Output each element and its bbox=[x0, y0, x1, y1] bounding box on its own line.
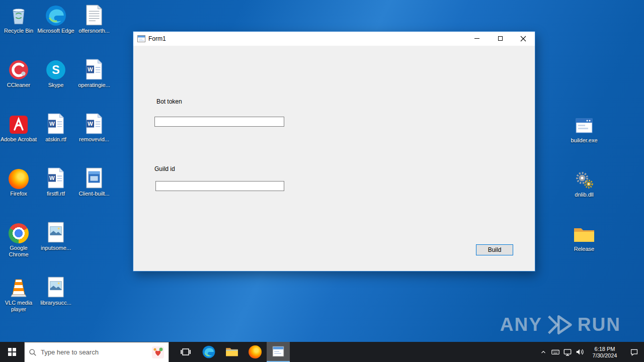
guild-id-input[interactable] bbox=[155, 181, 284, 191]
minimize-icon bbox=[474, 38, 479, 39]
interests-weather-icon bbox=[151, 346, 165, 359]
vlc-icon bbox=[0, 274, 37, 298]
desktop: Recycle Bin Microsoft Edge offersnorth..… bbox=[0, 0, 644, 362]
search-icon bbox=[29, 348, 37, 356]
desktop-icon-label: offersnorth... bbox=[75, 28, 113, 34]
desktop-icon-client-built[interactable]: Client-built... bbox=[75, 165, 113, 197]
desktop-icon-label: Client-built... bbox=[75, 191, 113, 197]
task-view-button[interactable] bbox=[174, 342, 197, 362]
taskbar-file-explorer[interactable] bbox=[220, 342, 244, 362]
edge-icon bbox=[202, 345, 215, 358]
build-button[interactable]: Build bbox=[476, 244, 513, 255]
desktop-icon-atskin-rtf[interactable]: W atskin.rtf bbox=[37, 111, 74, 143]
desktop-icon-firefox[interactable]: Firefox bbox=[0, 165, 37, 197]
image-file-icon bbox=[37, 274, 74, 298]
bot-token-input[interactable] bbox=[154, 117, 284, 127]
bot-token-label: Bot token bbox=[156, 98, 182, 105]
desktop-icon-release-folder[interactable]: Release bbox=[566, 220, 603, 252]
skype-icon: S bbox=[37, 56, 74, 80]
watermark-text-any: ANY bbox=[500, 314, 542, 335]
desktop-icon-label: Recycle Bin bbox=[0, 28, 37, 34]
desktop-icon-recycle-bin[interactable]: Recycle Bin bbox=[0, 2, 37, 34]
taskbar: Type here to search bbox=[0, 342, 644, 362]
watermark-text-run: RUN bbox=[578, 314, 621, 335]
taskbar-edge[interactable] bbox=[197, 342, 220, 362]
chrome-icon bbox=[0, 219, 37, 243]
touch-keyboard-button[interactable] bbox=[549, 342, 561, 362]
desktop-icon-builder-exe[interactable]: builder.exe bbox=[566, 112, 603, 144]
touch-keyboard-icon bbox=[551, 347, 560, 356]
desktop-icon-inputsome[interactable]: inputsome... bbox=[37, 219, 74, 251]
desktop-icon-label: firstfl.rtf bbox=[37, 191, 74, 197]
taskbar-apps bbox=[174, 342, 290, 362]
desktop-icon-dnlib-dll[interactable]: dnlib.dll bbox=[566, 166, 603, 198]
gears-icon bbox=[566, 166, 603, 190]
anyrun-logo-icon bbox=[546, 314, 574, 336]
maximize-button[interactable] bbox=[489, 32, 512, 45]
start-button[interactable] bbox=[0, 342, 24, 362]
action-center-icon bbox=[630, 348, 638, 356]
desktop-icon-operatingie[interactable]: W operatingie... bbox=[75, 56, 113, 88]
minimize-button[interactable] bbox=[465, 32, 489, 45]
desktop-icon-ccleaner[interactable]: CCleaner bbox=[0, 56, 37, 88]
maximize-icon bbox=[498, 36, 503, 41]
desktop-icon-label: operatingie... bbox=[75, 82, 113, 88]
form1-window: Form1 Bot token Guild id Build bbox=[133, 31, 535, 272]
desktop-icon-label: Microsoft Edge bbox=[37, 28, 74, 34]
desktop-icon-label: Firefox bbox=[0, 191, 37, 197]
form-client-area: Bot token Guild id Build bbox=[133, 46, 535, 272]
svg-text:S: S bbox=[52, 63, 59, 76]
taskbar-clock[interactable]: 6:18 PM 7/30/2024 bbox=[586, 345, 624, 359]
desktop-icon-google-chrome[interactable]: Google Chrome bbox=[0, 219, 37, 258]
clock-time: 6:18 PM bbox=[586, 346, 624, 352]
network-button[interactable] bbox=[561, 342, 574, 362]
word-document-icon: W bbox=[37, 165, 74, 189]
desktop-icon-label: CCleaner bbox=[0, 82, 37, 88]
close-button[interactable] bbox=[512, 32, 535, 45]
desktop-icon-label: VLC media player bbox=[0, 300, 37, 313]
desktop-icon-label: Release bbox=[566, 246, 603, 252]
taskbar-firefox[interactable] bbox=[244, 342, 267, 362]
action-center-button[interactable] bbox=[624, 342, 644, 362]
desktop-icon-label: dnlib.dll bbox=[566, 192, 603, 198]
desktop-icon-firstfl-rtf[interactable]: W firstfl.rtf bbox=[37, 165, 74, 197]
text-document-icon bbox=[75, 2, 113, 26]
search-placeholder: Type here to search bbox=[41, 348, 147, 356]
desktop-icon-microsoft-edge[interactable]: Microsoft Edge bbox=[37, 2, 74, 34]
taskbar-form1-app[interactable] bbox=[267, 342, 290, 362]
desktop-icon-label: librarysucc... bbox=[37, 300, 74, 306]
desktop-icon-removevid[interactable]: W removevid... bbox=[75, 111, 113, 143]
hidden-icons-button[interactable] bbox=[537, 342, 549, 362]
windows-logo-icon bbox=[8, 348, 16, 356]
desktop-icon-vlc[interactable]: VLC media player bbox=[0, 274, 37, 313]
anyrun-watermark: ANY RUN bbox=[500, 314, 621, 336]
desktop-icon-offersnorth[interactable]: offersnorth... bbox=[75, 2, 113, 34]
close-icon bbox=[520, 36, 526, 42]
firefox-icon bbox=[0, 165, 37, 189]
desktop-icon-label: Skype bbox=[37, 82, 74, 88]
svg-text:W: W bbox=[88, 121, 93, 127]
desktop-icon-label: Google Chrome bbox=[0, 245, 37, 258]
desktop-icon-librarysucc[interactable]: librarysucc... bbox=[37, 274, 74, 306]
folder-icon bbox=[566, 220, 603, 244]
firefox-icon bbox=[249, 345, 262, 358]
file-explorer-icon bbox=[225, 346, 238, 357]
taskbar-search[interactable]: Type here to search bbox=[24, 342, 169, 362]
image-file-icon bbox=[75, 165, 113, 189]
desktop-icon-label: inputsome... bbox=[37, 245, 74, 251]
word-document-icon: W bbox=[37, 111, 74, 135]
word-document-icon: W bbox=[75, 111, 113, 135]
svg-text:W: W bbox=[88, 66, 93, 72]
desktop-icon-label: removevid... bbox=[75, 136, 113, 143]
volume-button[interactable] bbox=[574, 342, 586, 362]
desktop-icon-adobe-acrobat[interactable]: Adobe Acrobat bbox=[0, 111, 37, 143]
acrobat-icon bbox=[0, 111, 37, 135]
window-title: Form1 bbox=[148, 35, 166, 42]
window-titlebar[interactable]: Form1 bbox=[133, 32, 535, 46]
word-document-icon: W bbox=[75, 56, 113, 80]
chevron-up-icon bbox=[540, 348, 547, 355]
system-tray: 6:18 PM 7/30/2024 bbox=[537, 342, 644, 362]
desktop-icon-skype[interactable]: S Skype bbox=[37, 56, 74, 88]
svg-text:W: W bbox=[49, 175, 55, 181]
network-icon bbox=[563, 347, 572, 356]
